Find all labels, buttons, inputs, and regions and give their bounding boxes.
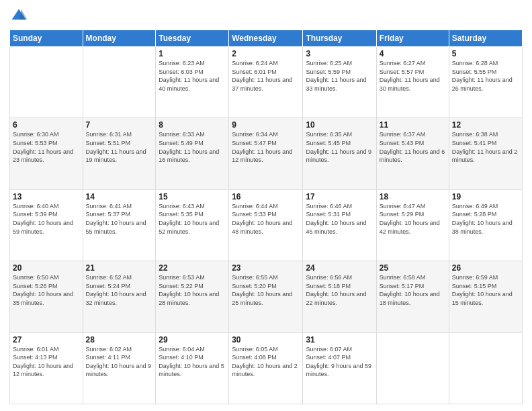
day-info: Sunrise: 6:41 AM Sunset: 5:37 PM Dayligh… bbox=[86, 202, 153, 236]
day-info: Sunrise: 6:23 AM Sunset: 6:03 PM Dayligh… bbox=[159, 59, 226, 93]
day-number: 13 bbox=[13, 192, 80, 201]
weekday-header-tuesday: Tuesday bbox=[156, 30, 229, 47]
day-number: 16 bbox=[232, 192, 300, 201]
day-number: 22 bbox=[159, 263, 226, 273]
day-number: 23 bbox=[232, 263, 300, 273]
day-info: Sunrise: 6:04 AM Sunset: 4:10 PM Dayligh… bbox=[159, 345, 226, 379]
week-row-1: 1Sunrise: 6:23 AM Sunset: 6:03 PM Daylig… bbox=[10, 47, 523, 118]
day-number: 31 bbox=[306, 335, 373, 345]
weekday-header-friday: Friday bbox=[376, 30, 449, 47]
day-number: 20 bbox=[13, 263, 80, 273]
day-info: Sunrise: 6:31 AM Sunset: 5:51 PM Dayligh… bbox=[86, 130, 153, 164]
calendar-cell: 5Sunrise: 6:28 AM Sunset: 5:55 PM Daylig… bbox=[449, 47, 522, 118]
day-info: Sunrise: 6:53 AM Sunset: 5:22 PM Dayligh… bbox=[159, 273, 226, 307]
day-info: Sunrise: 6:40 AM Sunset: 5:39 PM Dayligh… bbox=[13, 202, 80, 236]
day-info: Sunrise: 6:30 AM Sunset: 5:53 PM Dayligh… bbox=[13, 130, 80, 164]
day-info: Sunrise: 6:27 AM Sunset: 5:57 PM Dayligh… bbox=[380, 59, 446, 93]
calendar-cell: 17Sunrise: 6:46 AM Sunset: 5:31 PM Dayli… bbox=[303, 189, 376, 261]
calendar-cell: 4Sunrise: 6:27 AM Sunset: 5:57 PM Daylig… bbox=[376, 47, 449, 118]
day-number: 9 bbox=[232, 120, 300, 130]
day-info: Sunrise: 6:24 AM Sunset: 6:01 PM Dayligh… bbox=[232, 59, 300, 93]
calendar-cell: 13Sunrise: 6:40 AM Sunset: 5:39 PM Dayli… bbox=[10, 189, 83, 261]
week-row-3: 13Sunrise: 6:40 AM Sunset: 5:39 PM Dayli… bbox=[10, 189, 523, 261]
calendar-cell bbox=[10, 47, 83, 118]
calendar: SundayMondayTuesdayWednesdayThursdayFrid… bbox=[9, 30, 523, 404]
day-number: 8 bbox=[159, 120, 226, 130]
weekday-header-thursday: Thursday bbox=[303, 30, 376, 47]
day-number: 14 bbox=[86, 192, 153, 201]
day-info: Sunrise: 6:02 AM Sunset: 4:11 PM Dayligh… bbox=[86, 345, 153, 379]
calendar-cell bbox=[449, 332, 522, 404]
day-number: 3 bbox=[306, 49, 373, 58]
day-info: Sunrise: 6:38 AM Sunset: 5:41 PM Dayligh… bbox=[452, 130, 519, 164]
day-info: Sunrise: 6:47 AM Sunset: 5:29 PM Dayligh… bbox=[380, 202, 446, 236]
week-row-2: 6Sunrise: 6:30 AM Sunset: 5:53 PM Daylig… bbox=[10, 118, 523, 189]
calendar-cell: 31Sunrise: 6:07 AM Sunset: 4:07 PM Dayli… bbox=[303, 332, 376, 404]
calendar-cell: 10Sunrise: 6:35 AM Sunset: 5:45 PM Dayli… bbox=[303, 118, 376, 189]
day-number: 19 bbox=[452, 192, 519, 201]
calendar-cell: 3Sunrise: 6:25 AM Sunset: 5:59 PM Daylig… bbox=[303, 47, 376, 118]
day-info: Sunrise: 6:28 AM Sunset: 5:55 PM Dayligh… bbox=[452, 59, 519, 93]
calendar-cell: 20Sunrise: 6:50 AM Sunset: 5:26 PM Dayli… bbox=[10, 261, 83, 332]
weekday-header-wednesday: Wednesday bbox=[229, 30, 303, 47]
day-info: Sunrise: 6:01 AM Sunset: 4:13 PM Dayligh… bbox=[13, 345, 80, 379]
calendar-cell: 28Sunrise: 6:02 AM Sunset: 4:11 PM Dayli… bbox=[83, 332, 156, 404]
day-number: 1 bbox=[159, 49, 226, 58]
calendar-cell: 22Sunrise: 6:53 AM Sunset: 5:22 PM Dayli… bbox=[156, 261, 229, 332]
svg-marker-1 bbox=[20, 9, 28, 20]
calendar-cell: 15Sunrise: 6:43 AM Sunset: 5:35 PM Dayli… bbox=[156, 189, 229, 261]
day-info: Sunrise: 6:49 AM Sunset: 5:28 PM Dayligh… bbox=[452, 202, 519, 236]
calendar-cell: 27Sunrise: 6:01 AM Sunset: 4:13 PM Dayli… bbox=[10, 332, 83, 404]
day-number: 27 bbox=[13, 335, 80, 345]
day-info: Sunrise: 6:35 AM Sunset: 5:45 PM Dayligh… bbox=[306, 130, 373, 164]
week-row-4: 20Sunrise: 6:50 AM Sunset: 5:26 PM Dayli… bbox=[10, 261, 523, 332]
weekday-header-sunday: Sunday bbox=[10, 30, 83, 47]
day-number: 11 bbox=[380, 120, 446, 130]
day-info: Sunrise: 6:25 AM Sunset: 5:59 PM Dayligh… bbox=[306, 59, 373, 93]
day-number: 12 bbox=[452, 120, 519, 130]
day-number: 2 bbox=[232, 49, 300, 58]
day-number: 30 bbox=[232, 335, 300, 345]
day-info: Sunrise: 6:05 AM Sunset: 4:08 PM Dayligh… bbox=[232, 345, 300, 379]
day-info: Sunrise: 6:07 AM Sunset: 4:07 PM Dayligh… bbox=[306, 345, 373, 379]
calendar-cell: 6Sunrise: 6:30 AM Sunset: 5:53 PM Daylig… bbox=[10, 118, 83, 189]
header bbox=[9, 7, 523, 26]
calendar-cell bbox=[376, 332, 449, 404]
logo-icon bbox=[9, 7, 28, 26]
calendar-cell: 26Sunrise: 6:59 AM Sunset: 5:15 PM Dayli… bbox=[449, 261, 522, 332]
calendar-cell: 9Sunrise: 6:34 AM Sunset: 5:47 PM Daylig… bbox=[229, 118, 303, 189]
calendar-cell: 19Sunrise: 6:49 AM Sunset: 5:28 PM Dayli… bbox=[449, 189, 522, 261]
day-number: 7 bbox=[86, 120, 153, 130]
calendar-cell: 2Sunrise: 6:24 AM Sunset: 6:01 PM Daylig… bbox=[229, 47, 303, 118]
calendar-cell: 24Sunrise: 6:56 AM Sunset: 5:18 PM Dayli… bbox=[303, 261, 376, 332]
calendar-cell: 29Sunrise: 6:04 AM Sunset: 4:10 PM Dayli… bbox=[156, 332, 229, 404]
calendar-cell: 16Sunrise: 6:44 AM Sunset: 5:33 PM Dayli… bbox=[229, 189, 303, 261]
day-info: Sunrise: 6:46 AM Sunset: 5:31 PM Dayligh… bbox=[306, 202, 373, 236]
logo bbox=[9, 7, 31, 26]
day-info: Sunrise: 6:55 AM Sunset: 5:20 PM Dayligh… bbox=[232, 273, 300, 307]
day-info: Sunrise: 6:43 AM Sunset: 5:35 PM Dayligh… bbox=[159, 202, 226, 236]
day-info: Sunrise: 6:58 AM Sunset: 5:17 PM Dayligh… bbox=[380, 273, 446, 307]
day-info: Sunrise: 6:59 AM Sunset: 5:15 PM Dayligh… bbox=[452, 273, 519, 307]
day-number: 5 bbox=[452, 49, 519, 58]
day-number: 15 bbox=[159, 192, 226, 201]
calendar-cell: 21Sunrise: 6:52 AM Sunset: 5:24 PM Dayli… bbox=[83, 261, 156, 332]
calendar-cell: 1Sunrise: 6:23 AM Sunset: 6:03 PM Daylig… bbox=[156, 47, 229, 118]
day-number: 21 bbox=[86, 263, 153, 273]
weekday-header-row: SundayMondayTuesdayWednesdayThursdayFrid… bbox=[10, 30, 523, 47]
day-info: Sunrise: 6:56 AM Sunset: 5:18 PM Dayligh… bbox=[306, 273, 373, 307]
day-number: 26 bbox=[452, 263, 519, 273]
day-info: Sunrise: 6:52 AM Sunset: 5:24 PM Dayligh… bbox=[86, 273, 153, 307]
calendar-cell: 25Sunrise: 6:58 AM Sunset: 5:17 PM Dayli… bbox=[376, 261, 449, 332]
calendar-cell bbox=[83, 47, 156, 118]
calendar-cell: 11Sunrise: 6:37 AM Sunset: 5:43 PM Dayli… bbox=[376, 118, 449, 189]
day-number: 18 bbox=[380, 192, 446, 201]
day-info: Sunrise: 6:34 AM Sunset: 5:47 PM Dayligh… bbox=[232, 130, 300, 164]
weekday-header-saturday: Saturday bbox=[449, 30, 522, 47]
day-number: 24 bbox=[306, 263, 373, 273]
day-number: 17 bbox=[306, 192, 373, 201]
calendar-cell: 7Sunrise: 6:31 AM Sunset: 5:51 PM Daylig… bbox=[83, 118, 156, 189]
day-number: 6 bbox=[13, 120, 80, 130]
day-number: 10 bbox=[306, 120, 373, 130]
day-number: 25 bbox=[380, 263, 446, 273]
